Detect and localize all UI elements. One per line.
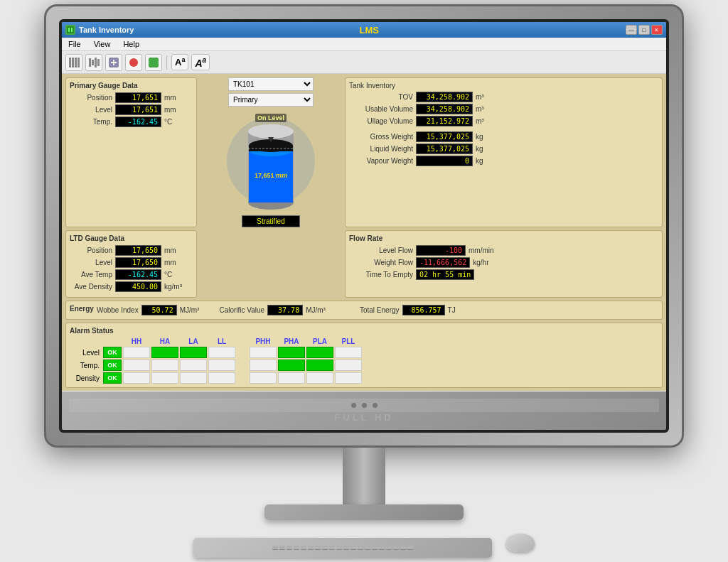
toolbar: Aa Aa bbox=[62, 51, 666, 74]
key[interactable] bbox=[329, 546, 335, 550]
alarm-la-header: LA bbox=[180, 337, 207, 345]
alarm-level-ha bbox=[151, 347, 178, 358]
energy-panel: Energy Wobbe Index 50.72 MJ/m³ Calorific… bbox=[65, 301, 663, 320]
key[interactable] bbox=[336, 546, 342, 550]
vapour-weight-unit: kg bbox=[476, 157, 493, 165]
toolbar-separator bbox=[166, 55, 167, 70]
alarm-temp-label: Temp. bbox=[70, 362, 102, 369]
key[interactable] bbox=[350, 546, 356, 550]
vapour-weight-value: 0 bbox=[416, 156, 473, 166]
position-row: Position 17,651 mm bbox=[70, 92, 193, 103]
key[interactable] bbox=[272, 546, 278, 550]
key[interactable] bbox=[301, 546, 306, 550]
alarm-density-ok: OK bbox=[103, 372, 122, 384]
alarm-density-pll bbox=[335, 372, 362, 384]
ltd-gauge-panel: LTD Gauge Data Position 17,650 mm Level … bbox=[65, 230, 197, 298]
alarm-density-label: Density bbox=[70, 374, 102, 382]
alarm-temp-row: Temp. OK bbox=[70, 360, 658, 371]
mode-selector[interactable]: Primary bbox=[228, 93, 314, 107]
menu-view[interactable]: View bbox=[91, 39, 114, 49]
alarm-ha-header: HA bbox=[151, 337, 178, 345]
wobbe-index-value: 50.72 bbox=[141, 305, 177, 315]
tov-label: TOV bbox=[349, 93, 413, 101]
mouse[interactable] bbox=[506, 534, 535, 552]
total-energy-label: Total Energy bbox=[360, 306, 400, 314]
key[interactable] bbox=[400, 546, 406, 550]
alarm-level-ll bbox=[208, 347, 235, 358]
key[interactable] bbox=[279, 546, 285, 550]
temp-value: -162.45 bbox=[115, 117, 161, 127]
svg-point-14 bbox=[129, 58, 138, 67]
alarm-level-pla bbox=[306, 347, 333, 358]
minimize-button[interactable]: — bbox=[626, 25, 637, 35]
alarm-level-phh bbox=[250, 347, 277, 358]
usable-vol-value: 34,258.902 bbox=[416, 104, 473, 114]
key[interactable] bbox=[393, 546, 399, 550]
maximize-button[interactable]: □ bbox=[638, 25, 650, 35]
alarm-pla-header: PLA bbox=[306, 337, 333, 345]
level-flow-value: -100 bbox=[416, 245, 466, 256]
key[interactable] bbox=[379, 546, 385, 550]
close-button[interactable]: ✕ bbox=[651, 25, 663, 35]
flow-rate-panel: Flow Rate Level Flow -100 mm/min Weight … bbox=[345, 230, 663, 298]
font-btn-normal[interactable]: Aa bbox=[171, 54, 188, 70]
level-unit: mm bbox=[164, 106, 182, 114]
menu-help[interactable]: Help bbox=[120, 39, 142, 49]
svg-rect-2 bbox=[71, 28, 73, 32]
liquid-weight-row: Liquid Weight 15,377,025 kg bbox=[349, 144, 658, 154]
alarm-density-row: Density OK bbox=[70, 372, 658, 384]
toolbar-btn-3[interactable] bbox=[105, 54, 122, 71]
gross-weight-row: Gross Weight 15,377,025 kg bbox=[349, 131, 658, 142]
alarm-density-hh bbox=[123, 372, 150, 384]
monitor-wrapper: Tank Inventory LMS — □ ✕ File View Help bbox=[44, 4, 684, 558]
weight-flow-row: Weight Flow -11,666,562 kg/hr bbox=[349, 257, 658, 268]
gross-weight-value: 15,377,025 bbox=[416, 131, 473, 142]
svg-rect-6 bbox=[77, 58, 80, 67]
key[interactable] bbox=[372, 546, 378, 550]
monitor-stand-neck bbox=[343, 448, 385, 504]
ltd-avedensity-unit: kg/m³ bbox=[164, 283, 182, 291]
monitor-stand-base bbox=[264, 504, 464, 520]
middle-row: LTD Gauge Data Position 17,650 mm Level … bbox=[65, 230, 663, 298]
time-to-empty-row: Time To Empty 02 hr 55 min bbox=[349, 269, 658, 280]
ullage-vol-unit: m³ bbox=[476, 117, 493, 125]
toolbar-btn-color2[interactable] bbox=[145, 54, 162, 71]
key[interactable] bbox=[322, 546, 328, 550]
primary-gauge-panel: Primary Gauge Data Position 17,651 mm Le… bbox=[65, 77, 197, 227]
usable-vol-label: Usable Volume bbox=[349, 105, 413, 113]
menu-file[interactable]: File bbox=[65, 39, 84, 49]
menu-bar: File View Help bbox=[62, 38, 666, 51]
key[interactable] bbox=[287, 546, 292, 550]
key[interactable] bbox=[315, 546, 321, 550]
tank-selector[interactable]: TK101 bbox=[228, 77, 314, 91]
lms-brand: LMS bbox=[359, 25, 378, 36]
toolbar-btn-2[interactable] bbox=[85, 54, 102, 71]
key[interactable] bbox=[294, 546, 299, 550]
font-btn-large[interactable]: Aa bbox=[191, 54, 210, 71]
alarm-hh-header: HH bbox=[123, 337, 150, 345]
key[interactable] bbox=[358, 546, 363, 550]
stratified-button[interactable]: Stratified bbox=[242, 215, 299, 227]
ltd-position-row: Position 17,650 mm bbox=[70, 245, 193, 256]
alarm-temp-phh bbox=[250, 360, 277, 371]
key[interactable] bbox=[308, 546, 314, 550]
dot-2 bbox=[362, 403, 367, 408]
window-controls: — □ ✕ bbox=[626, 25, 663, 35]
key[interactable] bbox=[386, 546, 392, 550]
key[interactable] bbox=[365, 546, 370, 550]
key[interactable] bbox=[343, 546, 349, 550]
level-flow-row: Level Flow -100 mm/min bbox=[349, 245, 658, 256]
vapour-weight-row: Vapour Weight 0 kg bbox=[349, 156, 658, 166]
tov-value: 34,258.902 bbox=[416, 92, 473, 102]
alarm-header: HH HA LA LL PHH PHA PLA PLL bbox=[123, 337, 658, 345]
primary-gauge-title: Primary Gauge Data bbox=[70, 82, 193, 90]
level-value: 17,651 bbox=[115, 104, 161, 115]
toolbar-btn-color1[interactable] bbox=[125, 54, 142, 71]
svg-rect-8 bbox=[92, 60, 94, 65]
svg-rect-5 bbox=[75, 58, 77, 67]
svg-rect-4 bbox=[72, 58, 74, 67]
toolbar-btn-1[interactable] bbox=[65, 54, 82, 71]
alarm-grid: HH HA LA LL PHH PHA PLA PLL bbox=[70, 337, 658, 384]
alarm-level-ok: OK bbox=[103, 347, 122, 358]
key[interactable] bbox=[407, 546, 413, 550]
